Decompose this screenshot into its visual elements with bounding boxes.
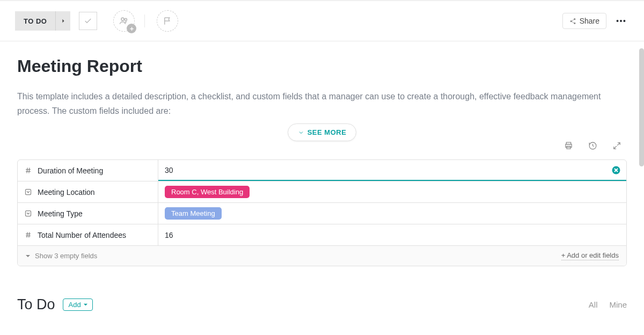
svg-line-27 [27,232,27,238]
flag-icon [163,16,172,26]
svg-line-14 [617,143,620,145]
share-icon [569,18,576,25]
field-value[interactable]: Room C, West Building [158,181,626,202]
scrollbar[interactable] [639,48,644,166]
status-dropdown-button[interactable] [55,11,70,31]
divider [144,14,145,27]
share-label: Share [580,17,599,25]
history-icon [588,141,597,150]
field-label-text: Meeting Location [38,188,95,196]
add-button[interactable]: Add [63,298,93,311]
section-title: To Do [17,296,55,313]
dropdown-icon [24,188,32,196]
field-value-text: 30 [165,166,173,174]
see-more-button[interactable]: SEE MORE [288,123,357,141]
status-button[interactable]: TO DO [15,11,55,31]
status-button-group: TO DO [15,11,70,31]
svg-line-6 [572,21,574,23]
svg-line-5 [572,19,574,20]
clear-button[interactable] [611,165,621,175]
add-edit-fields-button[interactable]: + Add or edit fields [561,251,619,260]
see-more-label: SEE MORE [308,128,347,136]
field-label-text: Meeting Type [38,209,83,218]
field-tag: Room C, West Building [165,186,250,198]
field-label[interactable]: Total Number of Attendees [18,224,158,245]
toolbar: TO DO + Share [0,1,644,41]
svg-line-15 [614,147,617,149]
caret-down-icon [25,253,31,259]
fields-footer: Show 3 empty fields + Add or edit fields [18,246,626,266]
print-button[interactable] [563,140,574,153]
field-label[interactable]: Meeting Location [18,181,158,202]
svg-rect-10 [566,143,571,145]
plus-badge-icon: + [127,24,136,33]
svg-line-28 [29,232,30,238]
field-label-text: Duration of Meeting [38,166,103,175]
field-value-text: 16 [165,231,173,239]
number-icon [24,166,32,174]
more-options-button[interactable] [613,13,629,29]
field-tag: Team Meeting [165,207,222,220]
page-title: Meeting Report [17,56,627,76]
filter-all[interactable]: All [589,300,598,309]
field-label[interactable]: Duration of Meeting [18,160,158,181]
show-empty-fields-button[interactable]: Show 3 empty fields [25,252,97,260]
field-label-text: Total Number of Attendees [38,231,126,239]
field-row: Meeting Type Team Meeting [18,203,626,224]
field-value[interactable]: 16 [158,224,626,245]
svg-line-18 [27,168,27,173]
field-row: Total Number of Attendees 16 [18,224,626,246]
expand-icon [612,141,621,150]
svg-point-8 [620,20,622,22]
add-label: Add [69,301,81,309]
svg-point-0 [121,18,124,20]
field-value[interactable]: 30 [158,160,626,181]
field-row: Meeting Location Room C, West Building [18,181,626,203]
field-row: Duration of Meeting 30 [18,160,626,181]
todo-section-header: To Do Add All Mine [17,296,627,317]
expand-button[interactable] [611,140,623,153]
history-button[interactable] [587,140,598,153]
assignee-button[interactable]: + [113,10,135,32]
svg-point-2 [574,18,575,20]
svg-point-1 [125,18,127,20]
svg-rect-24 [26,211,31,216]
svg-point-4 [574,22,575,24]
svg-rect-23 [26,190,31,195]
svg-point-3 [570,20,572,21]
show-empty-label: Show 3 empty fields [35,252,97,260]
page-description: This template includes a detailed descri… [17,89,627,118]
field-value[interactable]: Team Meeting [158,203,626,224]
svg-point-9 [623,20,625,22]
clear-icon [611,165,621,175]
caret-down-icon [83,302,88,307]
check-icon [84,17,92,25]
svg-line-19 [29,168,30,173]
svg-point-7 [617,20,619,22]
ellipsis-icon [615,15,627,27]
filter-mine[interactable]: Mine [609,300,627,309]
chevron-down-icon [298,129,304,136]
print-icon [564,141,573,150]
custom-fields-table: Duration of Meeting 30 Meeting Location [17,159,627,266]
number-icon [24,231,32,239]
share-button[interactable]: Share [562,13,606,29]
field-label[interactable]: Meeting Type [18,203,158,224]
complete-button[interactable] [79,12,97,30]
caret-right-icon [61,19,65,23]
priority-button[interactable] [157,10,178,32]
dropdown-icon [24,209,32,217]
